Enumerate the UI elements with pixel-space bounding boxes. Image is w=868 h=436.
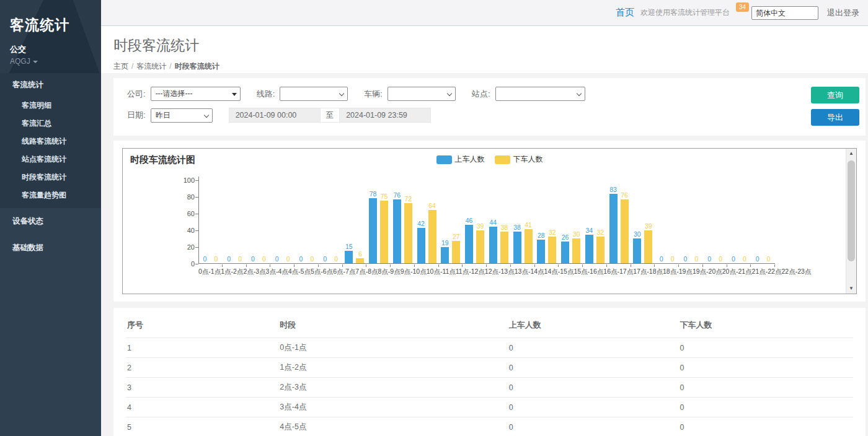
- table-cell: 0: [508, 338, 679, 358]
- company-label: 公司:: [127, 89, 146, 100]
- breadcrumb-current: 时段客流统计: [175, 62, 219, 71]
- logout-link[interactable]: 退出登录: [827, 7, 859, 19]
- x-tick-mark: [463, 264, 487, 267]
- bar-alighting: 39: [644, 180, 653, 263]
- export-button[interactable]: 导出: [811, 109, 859, 126]
- x-tick-mark: [727, 264, 751, 267]
- date-preset-value: 昨日: [156, 111, 170, 120]
- sidebar-subitem-2[interactable]: 线路客流统计: [0, 133, 101, 150]
- x-tick-label: 16点-17点: [603, 268, 633, 276]
- y-tick-label: 0: [174, 260, 195, 268]
- bar-boarding: 0: [753, 180, 762, 263]
- table-cell: 0点-1点: [278, 338, 507, 358]
- breadcrumb-separator: /: [169, 62, 171, 71]
- bar-value-label: 0: [694, 256, 698, 263]
- scrollbar-up-icon[interactable]: ▲: [846, 149, 856, 159]
- bar-boarding: 0: [296, 180, 305, 263]
- scrollbar-down-icon[interactable]: ▼: [846, 284, 856, 294]
- sidebar-item-2[interactable]: 基础数据: [0, 235, 101, 261]
- bar-alighting: 0: [668, 180, 677, 263]
- sidebar-subitem-0[interactable]: 客流明细: [0, 97, 101, 115]
- table-row: 10点-1点00: [126, 338, 853, 358]
- bar-value-label: 0: [660, 256, 663, 263]
- filter-row-2: 日期: 昨日 2024-01-09 00:00 至 2024-01-09 23:…: [127, 108, 856, 123]
- query-button[interactable]: 查询: [811, 87, 859, 103]
- bar-group-15: 2630: [559, 180, 583, 263]
- bar-alighting: 0: [284, 180, 293, 263]
- bar-boarding: 15: [345, 180, 353, 263]
- bar-group-12: 4438: [487, 180, 511, 263]
- welcome-text: 欢迎使用客流统计管理平台: [640, 7, 730, 18]
- chart-scrollbar[interactable]: ▲ ▼: [846, 149, 856, 294]
- breadcrumb-home[interactable]: 主页: [113, 62, 128, 71]
- date-range-group: 2024-01-09 00:00 至 2024-01-09 23:59: [229, 108, 432, 123]
- bar-group-10: 1927: [439, 180, 463, 263]
- bar-rect: [572, 238, 580, 264]
- bar-value-label: 19: [441, 240, 449, 246]
- bar-value-label: 0: [251, 256, 255, 263]
- legend-item-0[interactable]: 上车人数: [436, 154, 485, 165]
- x-tick-label: 17点-18点: [633, 268, 663, 276]
- bar-boarding: 0: [273, 180, 281, 263]
- bar-boarding: 0: [321, 180, 329, 263]
- breadcrumb-section[interactable]: 客流统计: [136, 62, 166, 71]
- user-menu[interactable]: AQGJ: [10, 57, 94, 66]
- date-to-input[interactable]: 2024-01-09 23:59: [339, 108, 431, 123]
- bar-value-label: 38: [513, 224, 521, 231]
- topbar: 首页 欢迎使用客流统计管理平台 34 简体中文 退出登录: [101, 0, 868, 26]
- x-tick-label: 14点-15点: [544, 268, 574, 276]
- bar-boarding: 26: [561, 180, 570, 263]
- x-tick-mark: [583, 264, 607, 267]
- bar-value-label: 64: [428, 203, 436, 209]
- y-tick-label: 40: [174, 227, 195, 234]
- bar-rect: [417, 228, 425, 263]
- bar-value-label: 30: [573, 231, 580, 238]
- station-select[interactable]: [495, 87, 585, 101]
- chevron-down-icon: [447, 91, 452, 96]
- company-select[interactable]: ---请选择---: [151, 87, 241, 101]
- bar-group-16: 3432: [583, 180, 607, 263]
- sidebar-group-2: 基础数据: [0, 235, 101, 261]
- bar-group-19: 00: [655, 180, 679, 263]
- page-heading: 时段客流统计 主页/客流统计/时段客流统计: [101, 26, 868, 73]
- bar-value-label: 0: [214, 256, 218, 263]
- x-tick-mark: [294, 264, 319, 267]
- table-header-1: 时段: [278, 314, 507, 338]
- bar-alighting: 32: [548, 180, 557, 263]
- scrollbar-thumb[interactable]: [848, 160, 855, 261]
- sidebar-subitem-1[interactable]: 客流汇总: [0, 115, 101, 133]
- bar-rect: [441, 247, 449, 263]
- table-cell: 5: [126, 417, 278, 436]
- sidebar-subitem-3[interactable]: 站点客流统计: [0, 150, 101, 168]
- table-header-3: 下车人数: [678, 314, 853, 338]
- table-cell: 0: [678, 358, 853, 378]
- date-from-input[interactable]: 2024-01-09 00:00: [229, 108, 321, 123]
- vehicle-select[interactable]: [388, 87, 456, 101]
- bar-alighting: 0: [764, 180, 773, 263]
- language-select[interactable]: 简体中文: [751, 6, 818, 20]
- dropdown-arrow-icon: [232, 93, 237, 96]
- x-tick-mark: [655, 264, 679, 267]
- bar-value-label: 32: [549, 229, 556, 236]
- bar-rect: [380, 201, 388, 263]
- sidebar-subitem-5[interactable]: 客流量趋势图: [0, 186, 101, 204]
- sidebar-item-0[interactable]: 客流统计: [0, 73, 101, 97]
- line-select[interactable]: [280, 87, 348, 101]
- filter-panel: 公司: ---请选择--- 线路: 车辆: 站点:: [113, 78, 866, 136]
- x-tick-label: 18点-19点: [663, 268, 693, 276]
- company-select-value: ---请选择---: [156, 89, 193, 98]
- station-label: 站点:: [472, 89, 490, 100]
- x-tick-mark: [607, 264, 631, 267]
- bar-group-11: 4639: [463, 180, 487, 263]
- sidebar-subitem-4[interactable]: 时段客流统计: [0, 168, 101, 186]
- sidebar-item-1[interactable]: 设备状态: [0, 208, 101, 235]
- bar-alighting: 38: [500, 180, 508, 263]
- main-area: 首页 欢迎使用客流统计管理平台 34 简体中文 退出登录 时段客流统计 主页/客…: [101, 0, 868, 436]
- date-preset-select[interactable]: 昨日: [151, 108, 213, 123]
- table-cell: 0: [508, 378, 679, 398]
- home-link[interactable]: 首页: [616, 7, 634, 19]
- legend-item-1[interactable]: 下车人数: [495, 154, 543, 165]
- bar-group-17: 8376: [607, 180, 631, 263]
- bar-value-label: 0: [683, 256, 687, 263]
- bar-rect: [609, 194, 618, 263]
